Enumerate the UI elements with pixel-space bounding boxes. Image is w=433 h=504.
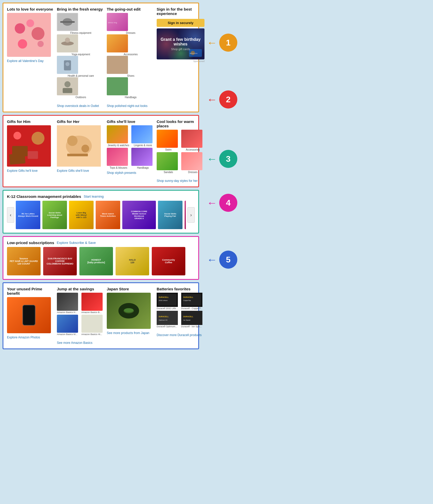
yoga-caption: Yoga equipment — [57, 53, 105, 56]
outdoors-img-wrapper: Outdoors — [57, 77, 105, 99]
sidebar-item-3: ← 3 — [207, 150, 237, 168]
duracell2-img: DURACELL CopperTop — [181, 293, 202, 307]
section1-col3-link[interactable]: Shop polished night-out looks — [107, 104, 147, 108]
book-item-5[interactable]: COMMON CORE Middle School Workbook GRADE… — [122, 201, 156, 229]
basics-h-caption: Amazon Basics H... — [57, 311, 80, 314]
book2-label: Social Skills Learning about Feelings — [43, 212, 66, 219]
svg-rect-32 — [67, 154, 88, 156]
book-item-6[interactable]: Social Skills Playing Fair — [158, 201, 183, 229]
sfbay-product[interactable]: SAN FRANCISCO BAY COFFEE COLOMBIAN SUPRE… — [43, 247, 77, 275]
number-1: 1 — [226, 38, 231, 48]
section1-col2-images: Fitness equipment Yoga equipment — [57, 13, 105, 99]
duracell2-wrapper: DURACELL CopperTop Duracell - CopperT... — [181, 293, 205, 310]
jump-savings-link[interactable]: See more Amazon Basics — [57, 341, 92, 345]
section-3-box: K-12 Classroom management printables Sta… — [3, 190, 199, 234]
cool-dresses-img — [181, 152, 202, 170]
lingerie-img — [131, 125, 153, 143]
numbered-circle-1: 1 — [219, 34, 237, 52]
book-item-7[interactable]: TEACHERS' MESSAGES FOR REPORT CARDS — [185, 201, 186, 229]
prime-benefit-image — [7, 297, 51, 333]
svg-text:Optimum AA: Optimum AA — [159, 319, 168, 321]
sponsored-label: Sponsored — [157, 60, 204, 63]
gifts-her-link[interactable]: Explore Gifts she'll love — [57, 169, 89, 173]
bounce-label: bounce PET HAIR & LINT GUARD 120 COUNT — [10, 257, 38, 265]
duracell1-img: DURACELL 2032 Lithium — [157, 293, 178, 307]
fitness-img-wrapper: Fitness equipment — [57, 13, 105, 34]
gifts-shel-title: Gifts she'll love — [107, 119, 155, 124]
phone-shape — [22, 305, 35, 325]
honest-label: HONEST [baby products] — [87, 259, 105, 264]
book5-label: COMMON CORE Middle School Workbook GRADE… — [131, 210, 147, 220]
svg-rect-48 — [181, 311, 202, 325]
cool-looks-link[interactable]: Shop sunny-day styles for her — [157, 179, 198, 183]
accessories-caption: Accessories — [107, 53, 155, 56]
section1-col3-title: The going-out edit — [107, 7, 155, 11]
gifts-him-link[interactable]: Explore Gifts he'll love — [7, 169, 37, 173]
dresses-caption: Dresses — [107, 32, 155, 34]
book4-label: Word match Times Activities — [100, 213, 116, 217]
shoes-wrapper: Shoes — [107, 56, 155, 77]
svg-text:DURACELL: DURACELL — [183, 296, 193, 298]
duracell1-wrapper: DURACELL 2032 Lithium Duracell 2032 Lith… — [157, 293, 180, 310]
japan-store-link[interactable]: See more products from Japan — [107, 331, 149, 335]
book-item-2[interactable]: Social Skills Learning about Feelings — [42, 201, 67, 229]
bounce-product[interactable]: bounce PET HAIR & LINT GUARD 120 COUNT — [7, 247, 41, 275]
honest-product[interactable]: HONEST [baby products] — [79, 247, 113, 275]
cool-accessories-caption: Accessories — [181, 148, 205, 151]
outdoors-caption: Outdoors — [57, 96, 105, 99]
community-product[interactable]: Community Coffee — [152, 247, 185, 275]
health-img-wrapper: Health & personal care — [57, 56, 105, 77]
duracell4-img: DURACELL Ion Speed — [181, 311, 202, 325]
section1-col2-link[interactable]: Shop overstock deals in Outlet — [57, 104, 99, 108]
numbered-circle-3: 3 — [219, 150, 237, 168]
section4-title: Low-priced subscriptions — [7, 241, 54, 245]
batteries-link[interactable]: Discover more Duracell products — [157, 333, 202, 337]
dresses-img: dress img — [107, 13, 128, 31]
matcha-bowl — [118, 303, 139, 319]
book-item-1[interactable]: RC for Littles Always Work Kissed — [16, 201, 40, 229]
tops-blouses-caption: Tops & blouses — [107, 166, 130, 169]
gifts-her-col: Gifts for Her Explore Gifts she'll love — [57, 119, 105, 183]
svg-point-27 — [13, 132, 21, 139]
book1-label: RC for Littles Always Work Kissed — [18, 213, 38, 217]
carousel-prev-button[interactable]: ‹ — [7, 207, 14, 223]
section1-col1-link[interactable]: Explore all Valentine's Day — [7, 59, 43, 63]
section3-header: K-12 Classroom management printables Sta… — [7, 194, 195, 199]
number-4: 4 — [226, 198, 231, 208]
section1-col1: Lots to love for everyone — [7, 7, 55, 108]
japan-store-col: Japan Store See more products from Japan — [107, 287, 155, 345]
carousel-next-button[interactable]: › — [187, 207, 195, 223]
main-content: Lots to love for everyone — [3, 3, 199, 349]
fitness-equipment-img — [57, 13, 78, 31]
prime-benefit-link[interactable]: Explore Amazon Photos — [7, 336, 40, 339]
start-learning-link[interactable]: Start learning — [84, 195, 104, 198]
book-item-3[interactable]: Learn Big with Mikey! ABC's 123 — [69, 201, 94, 229]
svg-text:2032 Lithium: 2032 Lithium — [159, 300, 168, 301]
prime-benefit-title: Your unused Prime benefit — [7, 287, 55, 296]
signin-button[interactable]: Sign in securely — [157, 19, 204, 27]
shoes-img — [107, 56, 128, 74]
basics-m-img — [57, 315, 78, 333]
svg-rect-45 — [157, 311, 178, 325]
explore-subscribe-link[interactable]: Explore Subscribe & Save — [57, 241, 96, 245]
yoga-img-wrapper: Yoga equipment — [57, 34, 105, 56]
cool-looks-col: Cool looks for warm places Swim Accessor… — [157, 119, 204, 183]
section-2-box: Gifts for Him Explore Gifts he'll love — [3, 115, 199, 187]
halo-product[interactable]: HALO 120 — [116, 247, 149, 275]
duracell1-caption: Duracell 2032 Lithi... — [157, 307, 180, 310]
lingerie-wrapper: Lingerie & more — [131, 125, 155, 147]
jump-savings-col: Jump at the savings Amazon Basics H... A… — [57, 287, 105, 345]
giftcard-sub: Shop gift cards — [171, 48, 190, 51]
cool-looks-images: Swim Accessories Sandals Dresses — [157, 130, 204, 174]
arrow-5-icon: ← — [207, 254, 217, 266]
gifts-shel-link[interactable]: Shop stylish presents — [107, 171, 136, 175]
batteries-title: Batteries favorites — [157, 287, 204, 291]
duracell3-wrapper: DURACELL Optimum AA Duracell Optimum... — [157, 311, 180, 328]
svg-text:DURACELL: DURACELL — [159, 296, 169, 298]
carousel-items: RC for Littles Always Work Kissed Social… — [16, 201, 186, 229]
cool-dresses-caption: Dresses — [181, 171, 205, 174]
cool-looks-title: Cool looks for warm places — [157, 119, 204, 128]
svg-point-5 — [37, 41, 44, 47]
number-5: 5 — [226, 255, 231, 265]
book-item-4[interactable]: Word match Times Activities — [96, 201, 120, 229]
